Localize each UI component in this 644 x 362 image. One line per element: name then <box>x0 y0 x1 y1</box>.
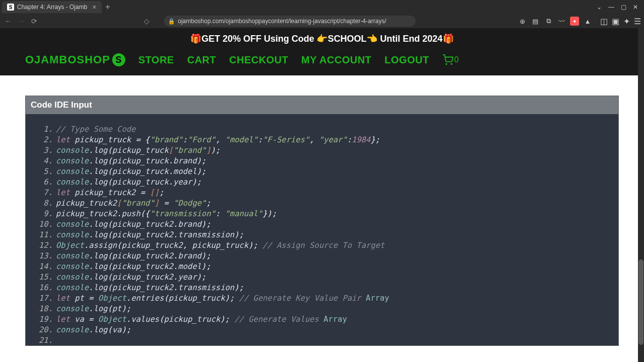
reader-icon[interactable]: ▤ <box>531 18 540 25</box>
reload-button[interactable]: ⟳ <box>29 16 39 26</box>
panel-title: Code IDE Input <box>26 96 618 114</box>
code-line: let pickup_truck = {"brand":"Ford", "mod… <box>56 135 613 145</box>
url-bar[interactable]: 🔒 ojamboshop.com/ojamboshoppaycontent/le… <box>164 16 416 27</box>
toolbar-right-icons: ⊕ ▤ ⧉ 〰 ✦ ▲ <box>518 17 592 26</box>
sidebar-icon[interactable]: ◫ <box>600 17 608 26</box>
panel-icon[interactable]: ▣ <box>612 17 619 26</box>
forward-button[interactable]: → <box>16 16 26 26</box>
back-button[interactable]: ← <box>3 16 13 26</box>
nav-store[interactable]: STORE <box>138 54 174 66</box>
code-line: pickup_truck2["brand"] = "Dodge"; <box>56 198 613 209</box>
code-line: console.log(pickup_truck["brand"]); <box>56 145 613 156</box>
shield-icon[interactable]: ✦ <box>570 17 579 26</box>
menu-icon[interactable]: ☰ <box>634 17 641 26</box>
close-window-button[interactable]: ✕ <box>632 4 639 11</box>
code-line: console.log(pickup_truck2.year); <box>56 272 613 283</box>
code-line: pickup_truck2.push({"transmission": "man… <box>56 209 613 219</box>
code-line: console.log(pickup_truck2.brand); <box>56 251 613 261</box>
nav-logout[interactable]: LOGOUT <box>384 54 429 66</box>
code-line: let va = Object.values(pickup_truck); //… <box>56 314 613 325</box>
browser-titlebar: S Chapter 4: Arrays - Ojamb × + ⌄ — ▢ ✕ <box>0 0 644 14</box>
dropdown-icon[interactable]: ⌄ <box>596 4 603 11</box>
maximize-button[interactable]: ▢ <box>620 4 627 11</box>
tab-favicon: S <box>7 4 14 11</box>
logo-badge: S <box>112 53 125 66</box>
code-line: console.log(pickup_truck2.transmission); <box>56 230 613 240</box>
chrome-right-icons: ◫ ▣ ✦ ☰ <box>595 17 641 26</box>
code-line: console.log(pickup_truck2.model); <box>56 261 613 272</box>
sparkle-icon[interactable]: ✦ <box>623 17 630 26</box>
close-tab-icon[interactable]: × <box>92 3 96 11</box>
zoom-icon[interactable]: ⊕ <box>518 18 527 25</box>
code-panel: Code IDE Input // Type Some Codelet pick… <box>25 96 619 346</box>
code-line: console.log(pickup_truck2.brand); <box>56 219 613 230</box>
nav-checkout[interactable]: CHECKOUT <box>229 54 288 66</box>
code-line: console.log(pt); <box>56 304 613 314</box>
svg-point-0 <box>446 63 447 64</box>
cart-count: 0 <box>454 55 459 64</box>
scroll-thumb[interactable] <box>638 259 643 345</box>
svg-point-1 <box>451 63 452 64</box>
new-tab-button[interactable]: + <box>102 3 114 12</box>
code-line: console.log(pickup_truck.year); <box>56 177 613 188</box>
minimize-button[interactable]: — <box>608 4 615 11</box>
code-line: Object.assign(pickup_truck2, pickup_truc… <box>56 240 613 251</box>
site-navbar: OJAMBOSHOP S STORE CART CHECKOUT MY ACCO… <box>0 49 644 75</box>
promo-banner: 🎁GET 20% OFF Using Code 👉SCHOOL👈 Until E… <box>0 28 644 49</box>
browser-toolbar: ← → ⟳ ◇ 🔒 ojamboshop.com/ojamboshoppayco… <box>0 14 644 28</box>
browser-tab[interactable]: S Chapter 4: Arrays - Ojamb × <box>2 1 102 13</box>
code-line: console.log(va); <box>56 325 613 335</box>
bookmark-icon[interactable]: ◇ <box>142 16 152 26</box>
code-line: console.log(pickup_truck2.transmission); <box>56 283 613 293</box>
rss-icon[interactable]: 〰 <box>557 18 566 25</box>
warning-icon[interactable]: ▲ <box>583 18 592 25</box>
page-content: 🎁GET 20% OFF Using Code 👉SCHOOL👈 Until E… <box>0 28 644 362</box>
logo-text: OJAMBOSHOP <box>25 53 110 66</box>
tab-strip: S Chapter 4: Arrays - Ojamb × + <box>2 1 114 13</box>
share-icon[interactable]: ⧉ <box>544 17 553 25</box>
nav-myaccount[interactable]: MY ACCOUNT <box>301 54 371 66</box>
window-controls: ⌄ — ▢ ✕ <box>596 4 642 11</box>
vertical-scrollbar[interactable] <box>638 28 644 362</box>
code-line: // Type Some Code <box>56 124 613 135</box>
site-logo[interactable]: OJAMBOSHOP S <box>25 53 125 66</box>
nav-cart[interactable]: CART <box>187 54 216 66</box>
lock-icon: 🔒 <box>168 18 175 25</box>
code-editor[interactable]: // Type Some Codelet pickup_truck = {"br… <box>26 114 618 345</box>
url-text: ojamboshop.com/ojamboshoppaycontent/lear… <box>178 18 386 25</box>
code-line: console.log(pickup_truck.model); <box>56 166 613 177</box>
code-line: let pt = Object.entries(pickup_truck); /… <box>56 293 613 304</box>
code-line: console.log(pickup_truck.brand); <box>56 156 613 166</box>
cart-icon[interactable]: 0 <box>442 54 459 65</box>
tab-title: Chapter 4: Arrays - Ojamb <box>17 4 87 11</box>
code-line: let pickup_truck2 = []; <box>56 188 613 198</box>
